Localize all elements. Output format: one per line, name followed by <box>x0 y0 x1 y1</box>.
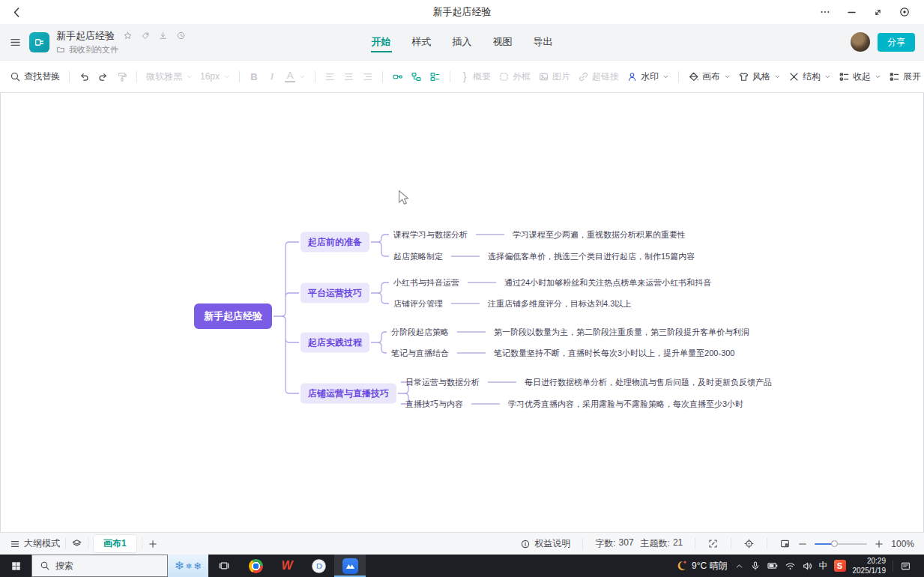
mindmap-detail[interactable]: 学习课程至少两遍，重视数据分析积累的重要性 <box>513 229 686 241</box>
toolbar-undo-button[interactable] <box>75 66 94 87</box>
mindmap-detail[interactable]: 选择偏低客单价，挑选三个类目进行起店，制作15篇内容 <box>488 251 695 262</box>
locate-center-icon[interactable] <box>743 538 755 549</box>
mindmap-subtopic[interactable]: 分阶段起店策略 <box>391 327 449 338</box>
toolbar-insert-sibling-button[interactable] <box>426 66 444 87</box>
action-center-button[interactable] <box>893 561 918 572</box>
record-icon[interactable] <box>899 6 911 18</box>
mindmap-subtopic[interactable]: 起店策略制定 <box>393 251 443 262</box>
weather-tray[interactable]: 9°C 晴朗 <box>674 559 727 573</box>
mindmap-subtopic[interactable]: 课程学习与数据分析 <box>393 229 468 241</box>
windows-taskbar: 搜索 ❄ ❄ ❄ W 9°C 晴朗 <box>0 555 924 577</box>
outline-mode-button[interactable]: 大纲模式 <box>10 537 60 550</box>
tab-insert[interactable]: 插入 <box>452 31 473 52</box>
sheet-tab-canvas1[interactable]: 画布1 <box>94 535 136 552</box>
toolbar-structure-button[interactable]: 结构 <box>785 66 835 87</box>
mindmap-branch-node[interactable]: 平台运营技巧 <box>301 283 369 303</box>
mindmap-detail[interactable]: 学习优秀直播内容，采用露脸与不露脸策略，每次直播至少3小时 <box>508 399 743 410</box>
toolbar-redo-button[interactable] <box>94 66 112 87</box>
mindmap-child-row: 课程学习与数据分析学习课程至少两遍，重视数据分析积累的重要性 <box>393 229 686 241</box>
mindmap-branch-node[interactable]: 店铺运营与直播技巧 <box>301 384 396 404</box>
volume-icon[interactable] <box>802 561 813 572</box>
layers-icon[interactable] <box>71 538 82 549</box>
tag-icon[interactable] <box>141 31 150 40</box>
link-icon <box>578 71 589 82</box>
mindmap-detail[interactable]: 第一阶段以数量为主，第二阶段注重质量，第三阶段提升客单价与利润 <box>494 327 749 338</box>
mindmap-detail[interactable]: 通过24小时加够粉丝和关注热点榜单来运营小红书和抖音 <box>504 277 711 288</box>
wps-app-button[interactable]: W <box>271 555 303 577</box>
bold-icon: B <box>249 71 259 82</box>
mindmap-root-node[interactable]: 新手起店经验 <box>194 303 272 329</box>
zoom-out-icon[interactable] <box>797 539 808 549</box>
start-button[interactable] <box>0 555 31 577</box>
tab-style[interactable]: 样式 <box>411 31 432 52</box>
taskbar-search-box[interactable]: 搜索 <box>31 555 168 577</box>
mindmap-app-button[interactable] <box>334 555 366 577</box>
mindmap-detail[interactable]: 每日进行数据榜单分析，处理物流与售后问题，及时更新负反馈产品 <box>525 377 772 388</box>
toolbar-expand-button[interactable]: 展开 <box>885 66 924 87</box>
toolbar-style-button[interactable]: 风格 <box>734 66 785 87</box>
toolbar-find-replace-button[interactable]: 查找替换 <box>6 66 64 87</box>
sogou-input-icon[interactable]: S <box>834 560 846 572</box>
mindmap-subtopic[interactable]: 直播技巧与内容 <box>405 399 463 410</box>
clock-time: 20:29 <box>853 556 887 566</box>
mindmap-branch-node[interactable]: 起店前的准备 <box>301 232 369 253</box>
mindmap-app-icon <box>342 558 358 574</box>
app-logo[interactable] <box>29 32 49 52</box>
minimize-icon[interactable] <box>846 7 857 18</box>
show-hidden-icons[interactable] <box>734 561 744 571</box>
tab-view[interactable]: 视图 <box>492 31 513 52</box>
ime-indicator[interactable]: 中 <box>819 560 828 573</box>
window-controls <box>819 6 924 18</box>
more-icon[interactable] <box>819 6 831 18</box>
toolbar-collapse-button[interactable]: 收起 <box>835 66 885 87</box>
tab-export[interactable]: 导出 <box>533 31 554 52</box>
wifi-icon[interactable] <box>785 561 796 572</box>
mindmap-subtopic[interactable]: 店铺评分管理 <box>393 298 443 309</box>
divider <box>731 538 731 549</box>
zoom-slider[interactable] <box>815 543 867 545</box>
mindmap-subtopic[interactable]: 小红书与抖音运营 <box>393 277 459 288</box>
taskbar-clock[interactable]: 20:29 2025/1/19 <box>853 556 887 576</box>
minimap-icon[interactable] <box>779 538 791 549</box>
toolbar-canvas-button[interactable]: 画布 <box>684 66 734 87</box>
browser-app-button[interactable] <box>303 555 334 577</box>
zoom-level[interactable]: 100% <box>891 539 914 549</box>
toolbar-bold-button: B <box>245 66 263 87</box>
zoom-slider-knob[interactable] <box>831 540 838 547</box>
history-icon[interactable] <box>176 31 186 40</box>
mindmap-connector-dash <box>476 235 504 235</box>
chevron-down-icon <box>724 73 731 80</box>
tab-home[interactable]: 开始 <box>371 31 392 52</box>
italic-icon: I <box>267 70 277 82</box>
resize-icon[interactable] <box>872 7 884 18</box>
share-button[interactable]: 分享 <box>878 33 915 52</box>
document-meta: 新手起店经验 我收到的文件 <box>56 29 186 55</box>
toolbar-insert-subtopic-button[interactable] <box>407 66 426 87</box>
back-icon[interactable] <box>10 6 23 19</box>
mindmap-branch-node[interactable]: 起店实践过程 <box>301 333 369 353</box>
battery-icon[interactable] <box>767 560 779 572</box>
toolbar-image-button: 图片 <box>534 66 574 87</box>
mindmap-subtopic[interactable]: 笔记与直播结合 <box>391 348 449 359</box>
task-view-button[interactable] <box>208 555 240 577</box>
zoom-in-icon[interactable] <box>874 539 884 549</box>
weather-widget-snow[interactable]: ❄ ❄ ❄ <box>168 555 208 577</box>
rights-info-button[interactable]: 权益说明 <box>520 537 570 550</box>
toolbar-insert-topic-button[interactable] <box>388 66 407 87</box>
mindmap-subtopic[interactable]: 日常运营与数据分析 <box>405 377 480 388</box>
microphone-icon[interactable] <box>750 561 761 571</box>
clock-date: 2025/1/19 <box>853 566 887 576</box>
mindmap-detail[interactable]: 注重店铺多维度评分，目标达到4.3以上 <box>488 298 631 309</box>
fit-screen-icon[interactable] <box>707 538 719 549</box>
summary-icon: } <box>459 70 470 82</box>
add-sheet-icon[interactable] <box>148 539 158 549</box>
menu-icon[interactable] <box>9 36 22 49</box>
mindmap-canvas[interactable]: 新手起店经验起店前的准备课程学习与数据分析学习课程至少两遍，重视数据分析积累的重… <box>0 93 924 532</box>
toolbar-watermark-button[interactable]: 水印 <box>623 66 673 87</box>
download-icon[interactable] <box>158 31 168 40</box>
mindmap-detail[interactable]: 笔记数量坚持不断，直播时长每次3小时以上，提升单量至200-300 <box>494 348 735 359</box>
document-location[interactable]: 我收到的文件 <box>69 44 118 55</box>
chrome-app-button[interactable] <box>240 555 271 577</box>
avatar[interactable] <box>851 32 870 52</box>
star-icon[interactable] <box>123 31 133 40</box>
